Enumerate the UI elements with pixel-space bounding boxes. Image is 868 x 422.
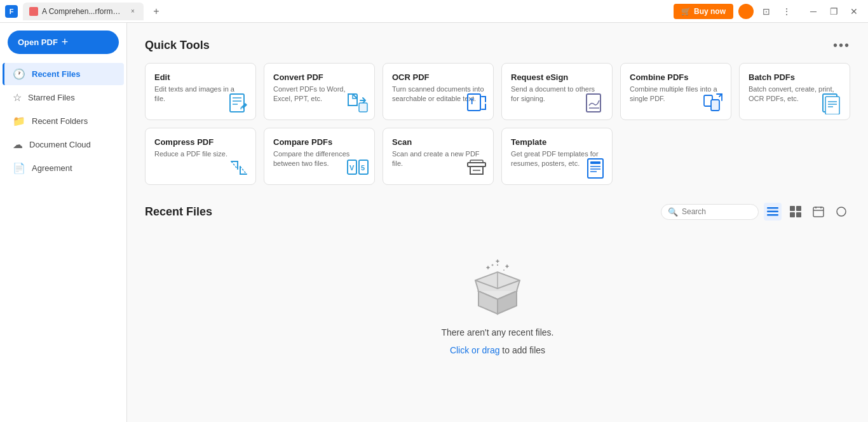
tool-card-combine-pdfs[interactable]: Combine PDFs Combine multiple files into…: [620, 63, 731, 120]
tool-card-edit[interactable]: Edit Edit texts and images in a file.: [145, 63, 256, 120]
svg-rect-12: [711, 100, 719, 111]
tool-title: Edit: [154, 72, 247, 82]
recent-files-actions: 🔍: [661, 203, 850, 221]
tool-title: Request eSign: [511, 72, 603, 82]
new-tab-button[interactable]: +: [149, 4, 164, 19]
grid-view-button[interactable]: [787, 203, 804, 221]
svg-rect-31: [767, 211, 778, 213]
compare-icon: V 5: [346, 156, 369, 179]
sidebar-item-starred-files[interactable]: ☆ Starred Files: [3, 86, 124, 109]
tool-title: Batch PDFs: [749, 72, 841, 82]
tool-card-ocr-pdf[interactable]: OCR PDF Turn scanned documents into sear…: [383, 63, 494, 120]
more-options-button[interactable]: ⋮: [779, 4, 794, 19]
svg-rect-30: [767, 207, 778, 209]
svg-rect-36: [796, 212, 801, 217]
quick-tools-more-button[interactable]: •••: [833, 38, 850, 53]
tools-grid: Edit Edit texts and images in a file. Co…: [145, 63, 850, 185]
sidebar-item-label: Document Cloud: [29, 140, 91, 149]
click-or-drag-link[interactable]: Click or drag: [450, 345, 500, 355]
svg-text:5: 5: [361, 164, 365, 172]
svg-rect-22: [468, 163, 485, 167]
open-pdf-button[interactable]: Open PDF +: [8, 31, 119, 54]
tool-card-compare-pdfs[interactable]: Compare PDFs Compare the differences bet…: [264, 128, 375, 185]
tool-title: Scan: [392, 137, 484, 147]
sidebar-item-agreement[interactable]: 📄 Agreement: [3, 157, 124, 179]
titlebar: F A Comprehen...rformance.pdf × + 🛒 Buy …: [0, 0, 868, 23]
sidebar-item-label: Recent Files: [32, 69, 81, 79]
template-icon: [584, 156, 607, 179]
empty-state-text: There aren't any recent files.: [442, 327, 554, 337]
sidebar: Open PDF + 🕐 Recent Files ☆ Starred File…: [0, 23, 127, 422]
esign-icon: [584, 92, 607, 114]
svg-text:V: V: [349, 164, 355, 172]
svg-rect-14: [825, 97, 839, 114]
quick-tools-title: Quick Tools: [145, 39, 210, 52]
recent-files-title: Recent Files: [145, 205, 212, 219]
filter-button[interactable]: [832, 203, 850, 221]
tool-card-compress-pdf[interactable]: Compress PDF Reduce a PDF file size.: [145, 128, 256, 185]
layout-icon-button[interactable]: ⊡: [759, 4, 774, 19]
recent-files-icon: 🕐: [13, 68, 25, 80]
star-icon: ☆: [13, 92, 22, 104]
search-box[interactable]: 🔍: [661, 204, 759, 220]
tool-title: Compress PDF: [154, 137, 247, 147]
quick-tools-header: Quick Tools •••: [145, 38, 850, 53]
tab-close-button[interactable]: ×: [128, 7, 137, 16]
tool-card-scan[interactable]: Scan Scan and create a new PDF file.: [383, 128, 494, 185]
empty-state-link: Click or drag to add files: [450, 345, 545, 355]
empty-state: There aren't any recent files. Click or …: [145, 231, 850, 381]
svg-rect-37: [813, 207, 824, 217]
convert-icon: [346, 92, 369, 114]
cloud-icon: ☁: [13, 139, 23, 151]
tool-title: Combine PDFs: [630, 72, 722, 82]
recent-files-header: Recent Files 🔍: [145, 203, 850, 221]
sidebar-item-label: Starred Files: [28, 93, 75, 102]
list-view-button[interactable]: [764, 203, 782, 221]
folder-icon: 📁: [13, 115, 25, 127]
edit-icon: [227, 92, 250, 114]
svg-rect-0: [230, 94, 244, 112]
browser-tab[interactable]: A Comprehen...rformance.pdf ×: [23, 3, 144, 20]
tab-favicon: [29, 7, 38, 16]
main-content: Quick Tools ••• Edit Edit texts and imag…: [127, 23, 868, 422]
sidebar-item-recent-files[interactable]: 🕐 Recent Files: [3, 63, 124, 85]
tool-title: Compare PDFs: [273, 137, 365, 147]
app-logo: F: [5, 5, 18, 18]
app-body: Open PDF + 🕐 Recent Files ☆ Starred File…: [0, 23, 868, 422]
sidebar-item-document-cloud[interactable]: ☁ Document Cloud: [3, 133, 124, 156]
svg-rect-34: [796, 206, 801, 211]
tool-card-batch-pdfs[interactable]: Batch PDFs Batch convert, create, print,…: [739, 63, 850, 120]
tool-card-convert-pdf[interactable]: Convert PDF Convert PDFs to Word, Excel,…: [264, 63, 375, 120]
tab-title: A Comprehen...rformance.pdf: [42, 7, 125, 16]
svg-point-50: [503, 269, 505, 271]
close-button[interactable]: ✕: [845, 3, 863, 20]
minimize-button[interactable]: ─: [804, 3, 822, 20]
tool-card-request-esign[interactable]: Request eSign Send a document to others …: [501, 63, 613, 120]
agreement-icon: 📄: [13, 162, 25, 174]
scan-icon: [465, 156, 488, 179]
combine-icon: [703, 92, 726, 114]
svg-rect-23: [470, 160, 483, 163]
svg-rect-32: [767, 214, 778, 216]
window-controls: ─ ❐ ✕: [804, 3, 863, 20]
svg-rect-33: [790, 206, 795, 211]
svg-rect-26: [590, 161, 600, 164]
cart-icon: 🛒: [681, 7, 691, 16]
restore-button[interactable]: ❐: [825, 3, 843, 20]
sidebar-item-recent-folders[interactable]: 📁 Recent Folders: [3, 110, 124, 132]
user-avatar[interactable]: [738, 4, 754, 19]
search-icon: 🔍: [668, 207, 678, 217]
tool-title: Template: [511, 137, 603, 147]
tool-card-template[interactable]: Template Get great PDF templates for res…: [501, 128, 613, 185]
compress-icon: [227, 156, 250, 179]
tool-title: Convert PDF: [273, 72, 365, 82]
svg-line-4: [241, 107, 241, 109]
sidebar-item-label: Recent Folders: [32, 116, 88, 126]
calendar-view-button[interactable]: [810, 203, 827, 221]
svg-rect-35: [790, 212, 795, 217]
svg-point-44: [497, 264, 498, 266]
svg-point-49: [492, 264, 494, 266]
buy-now-button[interactable]: 🛒 Buy now: [674, 4, 733, 19]
svg-point-41: [837, 207, 846, 216]
search-input[interactable]: [682, 207, 752, 216]
